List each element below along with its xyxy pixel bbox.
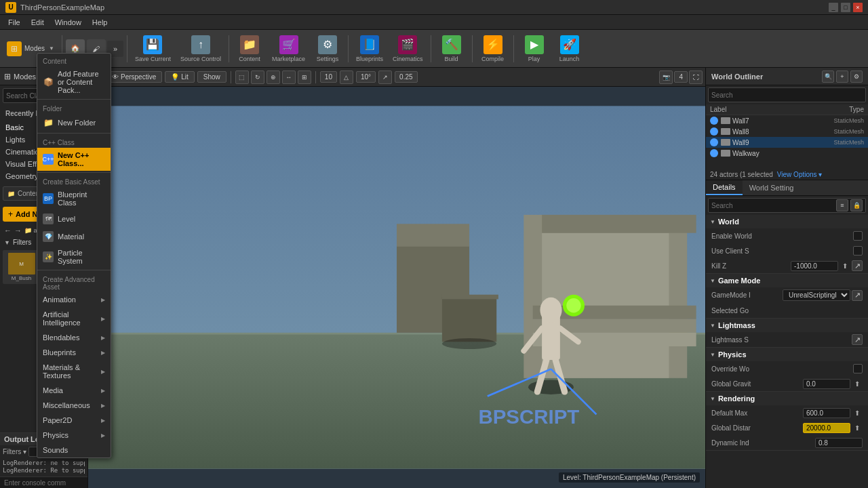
vp-num-3[interactable]: 0.25 <box>395 71 417 83</box>
ai-item[interactable]: Artificial Intelligence ▶ <box>37 307 111 330</box>
blendables-item[interactable]: Blendables ▶ <box>37 330 111 345</box>
new-folder-item[interactable]: 📁 New Folder <box>37 114 111 131</box>
vp-tool-1[interactable]: ⬚ <box>235 70 249 84</box>
outliner-item-walkway[interactable]: Walkway <box>706 148 868 159</box>
mat-textures-item[interactable]: Materials & Textures ▶ <box>37 360 111 383</box>
section-header-gamemode[interactable]: ▼ Game Mode <box>706 274 868 287</box>
content-menu[interactable]: Content 📦 Add Feature or Content Pack...… <box>37 53 111 458</box>
console-input[interactable] <box>4 479 83 487</box>
filters-btn[interactable]: Filters ▾ <box>3 448 26 455</box>
save-current-button[interactable]: 💾 Save Current <box>131 33 175 65</box>
visibility-icon-wall8[interactable] <box>710 127 718 136</box>
settings-outliner-icon[interactable]: ⚙ <box>850 70 863 83</box>
content-button[interactable]: 📁 Content <box>233 33 267 65</box>
blueprints-button[interactable]: 📘 Blueprints <box>352 33 387 65</box>
tab-world-setting[interactable]: World Setting <box>743 181 801 195</box>
blueprints-adv-item[interactable]: Blueprints ▶ <box>37 345 111 360</box>
marketplace-button[interactable]: 🛒 Marketplace <box>268 33 309 65</box>
cb-item-1[interactable]: M M_Bush <box>3 250 40 284</box>
fullscreen-icon[interactable]: ⛶ <box>689 70 703 84</box>
details-icon-lock[interactable]: 🔒 <box>850 199 863 211</box>
section-header-lightmass[interactable]: ▼ Lightmass <box>706 319 868 332</box>
back-arrow[interactable]: ← <box>4 226 12 235</box>
vp-num-4[interactable]: 4 <box>674 71 688 83</box>
visibility-icon-walkway[interactable] <box>710 149 718 157</box>
build-button[interactable]: 🔨 Build <box>435 33 469 65</box>
vp-tool-3[interactable]: ⊕ <box>267 70 280 84</box>
section-header-world[interactable]: ▼ World <box>706 215 868 228</box>
section-header-physics[interactable]: ▼ Physics <box>706 348 868 361</box>
physics-item[interactable]: Physics ▶ <box>37 428 111 443</box>
misc-item[interactable]: Miscellaneous ▶ <box>37 398 111 413</box>
menu-help[interactable]: Help <box>87 17 113 28</box>
play-button[interactable]: ▶ Play <box>517 33 551 65</box>
col-type[interactable]: Type <box>816 106 864 113</box>
vp-tool-2[interactable]: ↻ <box>251 70 264 84</box>
details-search-bar[interactable]: ≡ 🔒 <box>708 198 866 213</box>
visibility-icon-wall9[interactable] <box>710 138 718 146</box>
details-icon-list[interactable]: ≡ <box>836 199 848 211</box>
outliner-item-wall7[interactable]: Wall7 StaticMesh <box>706 115 868 126</box>
forward-arrow[interactable]: → <box>14 226 22 235</box>
close-button[interactable]: × <box>853 3 863 12</box>
outliner-search-input[interactable] <box>711 92 863 99</box>
settings-button[interactable]: ⚙ Settings <box>311 33 344 65</box>
spinner-kill-z[interactable]: ⬆ <box>840 260 850 271</box>
maximize-button[interactable]: □ <box>841 3 850 12</box>
show-btn[interactable]: Show <box>197 71 226 83</box>
tab-details[interactable]: Details <box>706 180 743 195</box>
spinner-global-distar[interactable]: ⬆ <box>852 422 863 433</box>
outliner-search-bar[interactable] <box>708 87 866 102</box>
vp-tool-4[interactable]: ↔ <box>282 70 296 84</box>
material-item[interactable]: 💎 Material <box>37 228 111 245</box>
input-global-grav[interactable] <box>803 379 850 389</box>
spinner-global-grav[interactable]: ⬆ <box>852 378 863 389</box>
blueprint-class-item[interactable]: BP Blueprint Class <box>37 187 111 210</box>
select-gamemode[interactable]: UnrealScriptingBasic <box>783 289 850 301</box>
camera-icon[interactable]: 📷 <box>659 70 673 84</box>
details-search-input[interactable] <box>711 202 836 209</box>
link-kill-z[interactable]: ↗ <box>852 260 863 271</box>
outliner-item-wall9[interactable]: Wall9 StaticMesh <box>706 137 868 148</box>
add-outliner-icon[interactable]: + <box>836 70 848 83</box>
outliner-item-wall8[interactable]: Wall8 StaticMesh <box>706 126 868 137</box>
compile-button[interactable]: ⚡ Compile <box>476 33 510 65</box>
vp-num-2[interactable]: 10° <box>356 71 376 83</box>
vp-tool-5[interactable]: ⊞ <box>298 70 311 84</box>
menu-window[interactable]: Window <box>50 17 87 28</box>
menu-edit[interactable]: Edit <box>26 17 50 28</box>
section-header-rendering[interactable]: ▼ Rendering <box>706 392 868 405</box>
launch-button[interactable]: 🚀 Launch <box>553 33 587 65</box>
scale-icon[interactable]: ↗ <box>378 70 392 84</box>
link-lightmass[interactable]: ↗ <box>852 334 863 345</box>
snap-icon[interactable]: △ <box>340 70 353 84</box>
paper2d-item[interactable]: Paper2D ▶ <box>37 413 111 428</box>
view-options-btn[interactable]: View Options ▾ <box>777 171 823 178</box>
sounds-item[interactable]: Sounds <box>37 443 111 458</box>
lit-btn[interactable]: 💡 Lit <box>165 71 195 83</box>
col-label[interactable]: Label <box>710 106 816 113</box>
media-item[interactable]: Media ▶ <box>37 383 111 398</box>
menu-file[interactable]: File <box>3 17 26 28</box>
perspective-btn[interactable]: 👁 Perspective <box>106 71 162 83</box>
minimize-button[interactable]: _ <box>829 3 838 12</box>
checkbox-override-wo[interactable] <box>853 364 863 373</box>
level-item[interactable]: 🗺 Level <box>37 210 111 228</box>
add-feature-item[interactable]: 📦 Add Feature or Content Pack... <box>37 66 111 98</box>
filter-button[interactable]: Filters <box>13 239 31 246</box>
checkbox-use-client[interactable] <box>853 246 863 256</box>
input-dynamic-ind[interactable] <box>815 438 863 448</box>
particle-system-item[interactable]: ✨ Particle System <box>37 245 111 268</box>
checkbox-enable-world[interactable] <box>853 231 863 241</box>
vp-num-1[interactable]: 10 <box>320 71 337 83</box>
animation-item[interactable]: Animation ▶ <box>37 292 111 307</box>
link-gamemode[interactable]: ↗ <box>852 290 863 301</box>
input-default-max[interactable] <box>803 408 850 418</box>
input-kill-z[interactable] <box>791 261 838 271</box>
search-outliner-icon[interactable]: 🔍 <box>822 70 834 83</box>
cinematics-button[interactable]: 🎬 Cinematics <box>389 33 427 65</box>
source-control-button[interactable]: ↑ Source Control <box>176 33 225 65</box>
input-global-distar[interactable] <box>803 423 850 433</box>
spinner-default-max[interactable]: ⬆ <box>852 407 863 418</box>
viewport[interactable]: BPSCRIPT Level: ThirdPersonExampleMap (P… <box>88 87 705 488</box>
